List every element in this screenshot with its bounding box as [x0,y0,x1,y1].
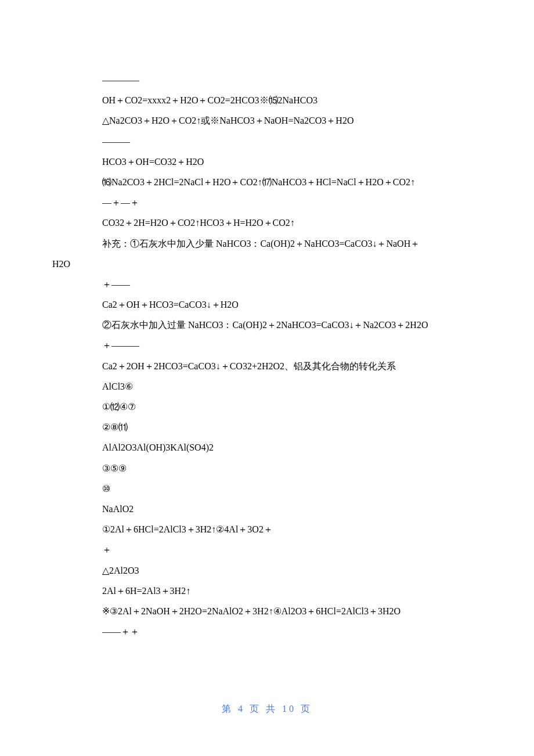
text-line: ＋——— [52,335,482,355]
text-line: NaAlO2 [52,499,482,519]
page-footer: 第 4 页 共 10 页 [0,703,534,715]
text-line: HCO3＋OH=CO32＋H2O [52,152,482,172]
text-line: —＋—＋ [52,192,482,213]
text-line: 补充：①石灰水中加入少量 NaHCO3：Ca(OH)2＋NaHCO3=CaCO3… [52,233,482,254]
text-line: AlAl2O3Al(OH)3KAl(SO4)2 [52,437,482,458]
text-line: ⑩ [52,478,482,499]
text-line: ⒃Na2CO3＋2HCl=2NaCl＋H2O＋CO2↑⒄NaHCO3＋HCl=N… [52,172,482,192]
text-line: ③⑤⑨ [52,458,482,478]
text-line: ①2Al＋6HCl=2AlCl3＋3H2↑②4Al＋3O2＋ [52,519,482,539]
text-line: CO32＋2H=H2O＋CO2↑HCO3＋H=H2O＋CO2↑ [52,213,482,233]
text-line: ——＋＋ [52,621,482,642]
text-line: Ca2＋OH＋HCO3=CaCO3↓＋H2O [52,294,482,315]
text-line: ※③2Al＋2NaOH＋2H2O=2NaAlO2＋3H2↑④Al2O3＋6HCl… [52,601,482,621]
text-line: 2Al＋6H=2Al3＋3H2↑ [52,581,482,601]
text-line: OH＋CO2=xxxx2＋H2O＋CO2=2HCO3※⒂2NaHCO3 [52,90,482,110]
document-page: ———— OH＋CO2=xxxx2＋H2O＋CO2=2HCO3※⒂2NaHCO3… [0,0,534,642]
text-line: △2Al2O3 [52,560,482,581]
text-line: ＋ [52,539,482,560]
text-line: H2O [52,254,482,274]
text-line: ①⑿④⑦ [52,397,482,417]
text-line: AlCl3⑥ [52,376,482,397]
text-line: ＋—— [52,274,482,294]
text-line: Ca2＋2OH＋2HCO3=CaCO3↓＋CO32+2H2O2、铝及其化合物的转… [52,356,482,376]
text-line: ——— [52,131,482,152]
text-line: ②石灰水中加入过量 NaHCO3：Ca(OH)2＋2NaHCO3=CaCO3↓＋… [52,315,482,335]
text-line: △Na2CO3＋H2O＋CO2↑或※NaHCO3＋NaOH=Na2CO3＋H2O [52,110,482,131]
text-line: ②⑧⑾ [52,417,482,437]
text-line: ———— [52,70,482,90]
